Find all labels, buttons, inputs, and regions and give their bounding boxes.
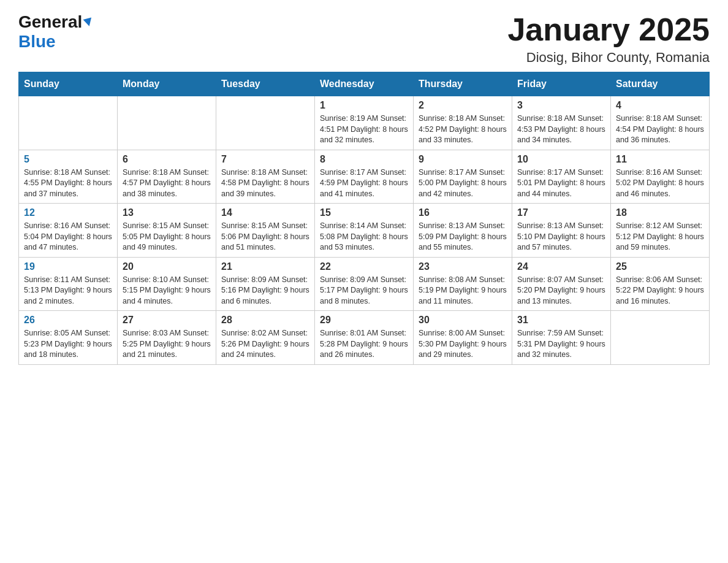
header-cell-monday: Monday	[118, 72, 216, 96]
day-cell: 20Sunrise: 8:10 AM Sunset: 5:15 PM Dayli…	[118, 257, 216, 311]
day-info: Sunrise: 8:16 AM Sunset: 5:04 PM Dayligh…	[24, 221, 112, 253]
day-info: Sunrise: 8:06 AM Sunset: 5:22 PM Dayligh…	[616, 275, 704, 307]
day-info: Sunrise: 8:18 AM Sunset: 4:53 PM Dayligh…	[517, 113, 605, 146]
day-number: 6	[123, 154, 211, 165]
day-cell: 29Sunrise: 8:01 AM Sunset: 5:28 PM Dayli…	[315, 311, 414, 365]
day-cell: 18Sunrise: 8:12 AM Sunset: 5:12 PM Dayli…	[611, 204, 710, 258]
header-cell-tuesday: Tuesday	[216, 72, 315, 96]
day-cell: 25Sunrise: 8:06 AM Sunset: 5:22 PM Dayli…	[611, 257, 710, 311]
day-number: 8	[320, 154, 408, 165]
day-cell	[216, 96, 315, 150]
day-number: 22	[320, 261, 408, 272]
day-cell: 31Sunrise: 7:59 AM Sunset: 5:31 PM Dayli…	[512, 311, 611, 365]
day-cell: 27Sunrise: 8:03 AM Sunset: 5:25 PM Dayli…	[118, 311, 216, 365]
calendar-body: 1Sunrise: 8:19 AM Sunset: 4:51 PM Daylig…	[19, 96, 710, 365]
week-row-4: 19Sunrise: 8:11 AM Sunset: 5:13 PM Dayli…	[19, 257, 710, 311]
day-info: Sunrise: 8:15 AM Sunset: 5:06 PM Dayligh…	[221, 221, 309, 253]
header-cell-wednesday: Wednesday	[315, 72, 414, 96]
day-info: Sunrise: 8:18 AM Sunset: 4:58 PM Dayligh…	[221, 167, 309, 200]
day-cell	[19, 96, 118, 150]
day-number: 25	[616, 261, 704, 272]
day-number: 7	[221, 154, 309, 165]
day-cell: 7Sunrise: 8:18 AM Sunset: 4:58 PM Daylig…	[216, 150, 315, 204]
day-cell: 14Sunrise: 8:15 AM Sunset: 5:06 PM Dayli…	[216, 204, 315, 258]
day-cell: 3Sunrise: 8:18 AM Sunset: 4:53 PM Daylig…	[512, 96, 611, 150]
day-info: Sunrise: 8:16 AM Sunset: 5:02 PM Dayligh…	[616, 167, 704, 200]
day-info: Sunrise: 8:17 AM Sunset: 4:59 PM Dayligh…	[320, 167, 408, 200]
day-cell: 26Sunrise: 8:05 AM Sunset: 5:23 PM Dayli…	[19, 311, 118, 365]
day-info: Sunrise: 8:18 AM Sunset: 4:55 PM Dayligh…	[24, 167, 112, 200]
header-row: SundayMondayTuesdayWednesdayThursdayFrid…	[19, 72, 710, 96]
day-number: 10	[517, 154, 605, 165]
header-cell-friday: Friday	[512, 72, 611, 96]
day-number: 19	[24, 261, 112, 272]
day-number: 23	[419, 261, 507, 272]
day-info: Sunrise: 8:07 AM Sunset: 5:20 PM Dayligh…	[517, 275, 605, 307]
day-number: 28	[221, 315, 309, 326]
day-info: Sunrise: 8:14 AM Sunset: 5:08 PM Dayligh…	[320, 221, 408, 253]
day-info: Sunrise: 8:09 AM Sunset: 5:16 PM Dayligh…	[221, 275, 309, 307]
day-info: Sunrise: 8:00 AM Sunset: 5:30 PM Dayligh…	[419, 328, 507, 361]
day-number: 26	[24, 315, 112, 326]
logo-triangle-icon	[83, 17, 94, 27]
day-cell	[611, 311, 710, 365]
day-cell	[118, 96, 216, 150]
day-info: Sunrise: 7:59 AM Sunset: 5:31 PM Dayligh…	[517, 328, 605, 361]
header-cell-saturday: Saturday	[611, 72, 710, 96]
day-info: Sunrise: 8:17 AM Sunset: 5:01 PM Dayligh…	[517, 167, 605, 200]
day-info: Sunrise: 8:11 AM Sunset: 5:13 PM Dayligh…	[24, 275, 112, 307]
day-cell: 10Sunrise: 8:17 AM Sunset: 5:01 PM Dayli…	[512, 150, 611, 204]
day-number: 27	[123, 315, 211, 326]
day-cell: 5Sunrise: 8:18 AM Sunset: 4:55 PM Daylig…	[19, 150, 118, 204]
day-cell: 2Sunrise: 8:18 AM Sunset: 4:52 PM Daylig…	[414, 96, 512, 150]
day-cell: 30Sunrise: 8:00 AM Sunset: 5:30 PM Dayli…	[414, 311, 512, 365]
day-number: 29	[320, 315, 408, 326]
day-number: 2	[419, 100, 507, 111]
day-info: Sunrise: 8:01 AM Sunset: 5:28 PM Dayligh…	[320, 328, 408, 361]
logo-general: General	[18, 12, 82, 32]
day-number: 16	[419, 207, 507, 218]
day-cell: 21Sunrise: 8:09 AM Sunset: 5:16 PM Dayli…	[216, 257, 315, 311]
day-cell: 11Sunrise: 8:16 AM Sunset: 5:02 PM Dayli…	[611, 150, 710, 204]
day-number: 18	[616, 207, 704, 218]
day-number: 15	[320, 207, 408, 218]
title-section: January 2025 Diosig, Bihor County, Roman…	[507, 12, 710, 66]
day-cell: 23Sunrise: 8:08 AM Sunset: 5:19 PM Dayli…	[414, 257, 512, 311]
day-info: Sunrise: 8:02 AM Sunset: 5:26 PM Dayligh…	[221, 328, 309, 361]
day-info: Sunrise: 8:10 AM Sunset: 5:15 PM Dayligh…	[123, 275, 211, 307]
week-row-5: 26Sunrise: 8:05 AM Sunset: 5:23 PM Dayli…	[19, 311, 710, 365]
day-cell: 6Sunrise: 8:18 AM Sunset: 4:57 PM Daylig…	[118, 150, 216, 204]
week-row-1: 1Sunrise: 8:19 AM Sunset: 4:51 PM Daylig…	[19, 96, 710, 150]
day-info: Sunrise: 8:18 AM Sunset: 4:54 PM Dayligh…	[616, 113, 704, 146]
day-info: Sunrise: 8:09 AM Sunset: 5:17 PM Dayligh…	[320, 275, 408, 307]
header-cell-sunday: Sunday	[19, 72, 118, 96]
day-info: Sunrise: 8:19 AM Sunset: 4:51 PM Dayligh…	[320, 113, 408, 146]
day-number: 3	[517, 100, 605, 111]
day-cell: 12Sunrise: 8:16 AM Sunset: 5:04 PM Dayli…	[19, 204, 118, 258]
calendar-title: January 2025	[507, 12, 710, 47]
day-cell: 22Sunrise: 8:09 AM Sunset: 5:17 PM Dayli…	[315, 257, 414, 311]
day-cell: 4Sunrise: 8:18 AM Sunset: 4:54 PM Daylig…	[611, 96, 710, 150]
week-row-2: 5Sunrise: 8:18 AM Sunset: 4:55 PM Daylig…	[19, 150, 710, 204]
calendar-table: SundayMondayTuesdayWednesdayThursdayFrid…	[18, 72, 710, 365]
day-info: Sunrise: 8:18 AM Sunset: 4:52 PM Dayligh…	[419, 113, 507, 146]
day-info: Sunrise: 8:03 AM Sunset: 5:25 PM Dayligh…	[123, 328, 211, 361]
day-cell: 15Sunrise: 8:14 AM Sunset: 5:08 PM Dayli…	[315, 204, 414, 258]
day-number: 11	[616, 154, 704, 165]
day-cell: 8Sunrise: 8:17 AM Sunset: 4:59 PM Daylig…	[315, 150, 414, 204]
day-number: 4	[616, 100, 704, 111]
week-row-3: 12Sunrise: 8:16 AM Sunset: 5:04 PM Dayli…	[19, 204, 710, 258]
day-info: Sunrise: 8:08 AM Sunset: 5:19 PM Dayligh…	[419, 275, 507, 307]
day-info: Sunrise: 8:17 AM Sunset: 5:00 PM Dayligh…	[419, 167, 507, 200]
day-number: 14	[221, 207, 309, 218]
logo: General Blue	[18, 12, 93, 52]
day-info: Sunrise: 8:15 AM Sunset: 5:05 PM Dayligh…	[123, 221, 211, 253]
day-info: Sunrise: 8:12 AM Sunset: 5:12 PM Dayligh…	[616, 221, 704, 253]
day-number: 9	[419, 154, 507, 165]
day-number: 31	[517, 315, 605, 326]
day-number: 5	[24, 154, 112, 165]
day-number: 30	[419, 315, 507, 326]
location: Diosig, Bihor County, Romania	[507, 50, 710, 66]
day-cell: 1Sunrise: 8:19 AM Sunset: 4:51 PM Daylig…	[315, 96, 414, 150]
page-header: General Blue January 2025 Diosig, Bihor …	[18, 12, 710, 66]
